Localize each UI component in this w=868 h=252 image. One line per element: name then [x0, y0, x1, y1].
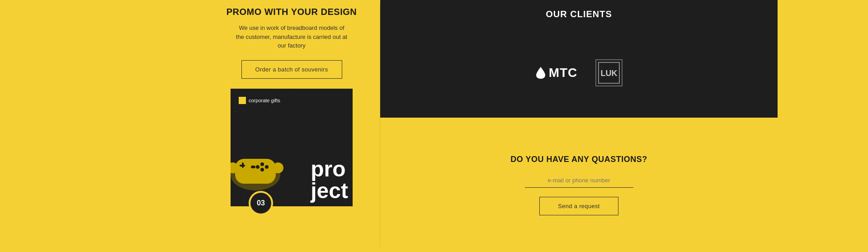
- right-section: OUR CLIENTS MTC LUK DO YOU HAVE ANY QUAS…: [380, 0, 778, 252]
- order-batch-button[interactable]: Order a batch of souvenirs: [241, 60, 342, 79]
- project-text-line1: pro: [311, 157, 345, 181]
- svg-point-4: [260, 162, 264, 166]
- svg-rect-3: [242, 162, 244, 168]
- far-right-section: [778, 0, 868, 252]
- label-square: [239, 97, 246, 104]
- gamepad-icon: [231, 138, 285, 197]
- project-text: pro ject: [311, 158, 348, 202]
- clients-logos: MTC LUK: [535, 28, 623, 118]
- card-number-badge: 03: [249, 191, 273, 215]
- promo-title: PROMO WITH YOUR DESIGN: [226, 7, 357, 17]
- project-card-wrapper: corporate gifts pro ject: [231, 89, 353, 206]
- mtc-droplet-icon: [535, 66, 546, 80]
- svg-point-5: [265, 165, 269, 169]
- questions-panel: DO YOU HAVE ANY QUASTIONS? Send a reques…: [380, 118, 778, 252]
- svg-point-10: [273, 162, 283, 173]
- middle-section: PROMO WITH YOUR DESIGN We use in work of…: [203, 0, 380, 252]
- questions-title: DO YOU HAVE ANY QUASTIONS?: [510, 155, 647, 164]
- clients-panel: OUR CLIENTS MTC LUK: [380, 0, 778, 118]
- email-phone-input[interactable]: [525, 173, 633, 188]
- svg-rect-1: [235, 159, 276, 184]
- send-request-button[interactable]: Send a request: [539, 197, 618, 215]
- lukoil-logo-svg: LUK: [598, 62, 620, 84]
- svg-point-6: [256, 165, 259, 169]
- clients-title: OUR CLIENTS: [546, 0, 612, 28]
- left-yellow-section: [0, 0, 203, 252]
- svg-text:LUK: LUK: [601, 69, 618, 78]
- project-text-line2: ject: [311, 179, 348, 203]
- mtc-logo: MTC: [535, 66, 578, 80]
- svg-point-7: [260, 168, 264, 171]
- lukoil-logo: LUK: [595, 59, 623, 86]
- card-label-text: corporate gifts: [249, 98, 280, 103]
- card-label: corporate gifts: [239, 97, 280, 104]
- mtc-text: MTC: [549, 66, 578, 80]
- promo-description: We use in work of breadboard models of t…: [235, 24, 348, 50]
- svg-rect-8: [251, 166, 255, 168]
- project-card: corporate gifts pro ject: [231, 89, 353, 206]
